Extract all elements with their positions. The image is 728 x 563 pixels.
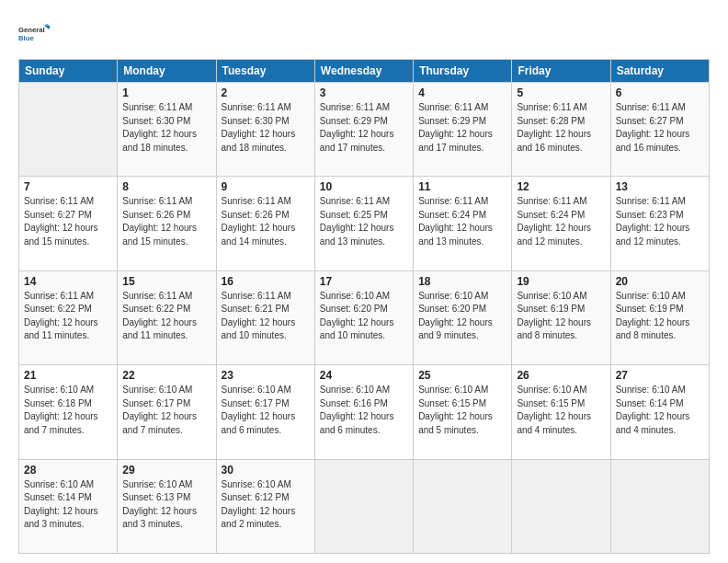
day-of-week-header: Saturday bbox=[610, 60, 709, 83]
day-info: Sunrise: 6:11 AMSunset: 6:21 PMDaylight:… bbox=[222, 290, 310, 343]
day-number: 29 bbox=[122, 464, 210, 477]
calendar: SundayMondayTuesdayWednesdayThursdayFrid… bbox=[18, 59, 710, 554]
calendar-cell: 19Sunrise: 6:10 AMSunset: 6:19 PMDayligh… bbox=[512, 270, 610, 364]
day-number: 17 bbox=[320, 275, 408, 288]
day-info: Sunrise: 6:10 AMSunset: 6:20 PMDaylight:… bbox=[320, 290, 408, 343]
calendar-cell: 11Sunrise: 6:11 AMSunset: 6:24 PMDayligh… bbox=[414, 177, 512, 270]
day-info: Sunrise: 6:10 AMSunset: 6:19 PMDaylight:… bbox=[616, 290, 704, 343]
day-info: Sunrise: 6:10 AMSunset: 6:13 PMDaylight:… bbox=[122, 478, 210, 532]
calendar-cell: 20Sunrise: 6:10 AMSunset: 6:19 PMDayligh… bbox=[610, 270, 709, 364]
calendar-cell: 1Sunrise: 6:11 AMSunset: 6:30 PMDaylight… bbox=[118, 83, 216, 177]
calendar-cell: 24Sunrise: 6:10 AMSunset: 6:16 PMDayligh… bbox=[314, 365, 413, 459]
day-of-week-header: Wednesday bbox=[314, 60, 413, 83]
calendar-cell: 21Sunrise: 6:10 AMSunset: 6:18 PMDayligh… bbox=[19, 365, 118, 459]
day-info: Sunrise: 6:10 AMSunset: 6:17 PMDaylight:… bbox=[222, 384, 310, 437]
logo: GeneralBlue bbox=[18, 17, 55, 50]
calendar-cell: 28Sunrise: 6:10 AMSunset: 6:14 PMDayligh… bbox=[19, 459, 118, 553]
day-info: Sunrise: 6:11 AMSunset: 6:30 PMDaylight:… bbox=[122, 101, 210, 155]
calendar-cell: 12Sunrise: 6:11 AMSunset: 6:24 PMDayligh… bbox=[512, 177, 610, 270]
day-number: 24 bbox=[320, 369, 408, 382]
day-number: 8 bbox=[122, 180, 210, 193]
calendar-cell: 6Sunrise: 6:11 AMSunset: 6:27 PMDaylight… bbox=[610, 83, 709, 177]
calendar-week-row: 14Sunrise: 6:11 AMSunset: 6:22 PMDayligh… bbox=[19, 270, 710, 364]
day-of-week-header: Monday bbox=[118, 60, 216, 83]
day-info: Sunrise: 6:11 AMSunset: 6:29 PMDaylight:… bbox=[320, 101, 408, 155]
day-info: Sunrise: 6:11 AMSunset: 6:29 PMDaylight:… bbox=[418, 101, 506, 155]
calendar-cell: 7Sunrise: 6:11 AMSunset: 6:27 PMDaylight… bbox=[19, 177, 118, 270]
calendar-cell bbox=[414, 459, 512, 553]
calendar-week-row: 1Sunrise: 6:11 AMSunset: 6:30 PMDaylight… bbox=[19, 83, 710, 177]
calendar-cell: 26Sunrise: 6:10 AMSunset: 6:15 PMDayligh… bbox=[512, 365, 610, 459]
calendar-cell: 14Sunrise: 6:11 AMSunset: 6:22 PMDayligh… bbox=[19, 270, 118, 364]
day-info: Sunrise: 6:11 AMSunset: 6:26 PMDaylight:… bbox=[122, 195, 210, 248]
day-info: Sunrise: 6:10 AMSunset: 6:16 PMDaylight:… bbox=[320, 384, 408, 437]
calendar-cell: 9Sunrise: 6:11 AMSunset: 6:26 PMDaylight… bbox=[216, 177, 314, 270]
day-info: Sunrise: 6:10 AMSunset: 6:19 PMDaylight:… bbox=[517, 290, 605, 343]
day-of-week-header: Sunday bbox=[19, 60, 118, 83]
day-info: Sunrise: 6:10 AMSunset: 6:17 PMDaylight:… bbox=[122, 384, 210, 437]
day-number: 21 bbox=[24, 369, 112, 382]
day-info: Sunrise: 6:10 AMSunset: 6:20 PMDaylight:… bbox=[418, 290, 506, 343]
header: GeneralBlue bbox=[18, 17, 710, 50]
calendar-week-row: 21Sunrise: 6:10 AMSunset: 6:18 PMDayligh… bbox=[19, 365, 710, 459]
day-number: 6 bbox=[616, 86, 704, 99]
day-number: 5 bbox=[517, 86, 605, 99]
calendar-cell: 8Sunrise: 6:11 AMSunset: 6:26 PMDaylight… bbox=[118, 177, 216, 270]
day-info: Sunrise: 6:11 AMSunset: 6:24 PMDaylight:… bbox=[517, 195, 605, 248]
page: GeneralBlue SundayMondayTuesdayWednesday… bbox=[0, 0, 728, 563]
day-number: 26 bbox=[517, 369, 605, 382]
calendar-cell: 13Sunrise: 6:11 AMSunset: 6:23 PMDayligh… bbox=[610, 177, 709, 270]
day-info: Sunrise: 6:11 AMSunset: 6:30 PMDaylight:… bbox=[222, 101, 310, 155]
day-number: 2 bbox=[222, 86, 310, 99]
day-info: Sunrise: 6:11 AMSunset: 6:27 PMDaylight:… bbox=[24, 195, 112, 248]
svg-text:Blue: Blue bbox=[18, 34, 34, 42]
calendar-cell: 17Sunrise: 6:10 AMSunset: 6:20 PMDayligh… bbox=[314, 270, 413, 364]
day-number: 11 bbox=[418, 180, 506, 193]
calendar-cell: 29Sunrise: 6:10 AMSunset: 6:13 PMDayligh… bbox=[118, 459, 216, 553]
calendar-cell bbox=[19, 83, 118, 177]
day-number: 30 bbox=[222, 464, 310, 477]
day-number: 27 bbox=[616, 369, 704, 382]
calendar-cell: 16Sunrise: 6:11 AMSunset: 6:21 PMDayligh… bbox=[216, 270, 314, 364]
calendar-cell: 18Sunrise: 6:10 AMSunset: 6:20 PMDayligh… bbox=[414, 270, 512, 364]
day-number: 1 bbox=[122, 86, 210, 99]
calendar-week-row: 7Sunrise: 6:11 AMSunset: 6:27 PMDaylight… bbox=[19, 177, 710, 270]
calendar-cell: 22Sunrise: 6:10 AMSunset: 6:17 PMDayligh… bbox=[118, 365, 216, 459]
calendar-cell bbox=[314, 459, 413, 553]
calendar-cell: 27Sunrise: 6:10 AMSunset: 6:14 PMDayligh… bbox=[610, 365, 709, 459]
calendar-cell bbox=[512, 459, 610, 553]
day-info: Sunrise: 6:11 AMSunset: 6:25 PMDaylight:… bbox=[320, 195, 408, 248]
calendar-week-row: 28Sunrise: 6:10 AMSunset: 6:14 PMDayligh… bbox=[19, 459, 710, 553]
day-of-week-header: Friday bbox=[512, 60, 610, 83]
day-info: Sunrise: 6:11 AMSunset: 6:24 PMDaylight:… bbox=[418, 195, 506, 248]
day-info: Sunrise: 6:10 AMSunset: 6:18 PMDaylight:… bbox=[24, 384, 112, 437]
calendar-cell: 25Sunrise: 6:10 AMSunset: 6:15 PMDayligh… bbox=[414, 365, 512, 459]
day-number: 28 bbox=[24, 464, 112, 477]
day-info: Sunrise: 6:10 AMSunset: 6:12 PMDaylight:… bbox=[222, 478, 310, 532]
calendar-cell: 5Sunrise: 6:11 AMSunset: 6:28 PMDaylight… bbox=[512, 83, 610, 177]
day-number: 7 bbox=[24, 180, 112, 193]
svg-marker-3 bbox=[44, 24, 50, 26]
calendar-cell bbox=[610, 459, 709, 553]
calendar-cell: 4Sunrise: 6:11 AMSunset: 6:29 PMDaylight… bbox=[414, 83, 512, 177]
day-info: Sunrise: 6:11 AMSunset: 6:23 PMDaylight:… bbox=[616, 195, 704, 248]
day-number: 12 bbox=[517, 180, 605, 193]
day-info: Sunrise: 6:10 AMSunset: 6:15 PMDaylight:… bbox=[517, 384, 605, 437]
day-number: 15 bbox=[122, 275, 210, 288]
day-number: 3 bbox=[320, 86, 408, 99]
day-number: 20 bbox=[616, 275, 704, 288]
day-number: 25 bbox=[418, 369, 506, 382]
day-number: 18 bbox=[418, 275, 506, 288]
day-number: 4 bbox=[418, 86, 506, 99]
day-info: Sunrise: 6:10 AMSunset: 6:14 PMDaylight:… bbox=[616, 384, 704, 437]
day-number: 16 bbox=[222, 275, 310, 288]
svg-marker-2 bbox=[44, 26, 50, 29]
calendar-cell: 2Sunrise: 6:11 AMSunset: 6:30 PMDaylight… bbox=[216, 83, 314, 177]
day-number: 9 bbox=[222, 180, 310, 193]
day-of-week-header: Thursday bbox=[414, 60, 512, 83]
day-number: 22 bbox=[122, 369, 210, 382]
calendar-cell: 15Sunrise: 6:11 AMSunset: 6:22 PMDayligh… bbox=[118, 270, 216, 364]
day-number: 14 bbox=[24, 275, 112, 288]
day-number: 23 bbox=[222, 369, 310, 382]
day-info: Sunrise: 6:11 AMSunset: 6:22 PMDaylight:… bbox=[122, 290, 210, 343]
